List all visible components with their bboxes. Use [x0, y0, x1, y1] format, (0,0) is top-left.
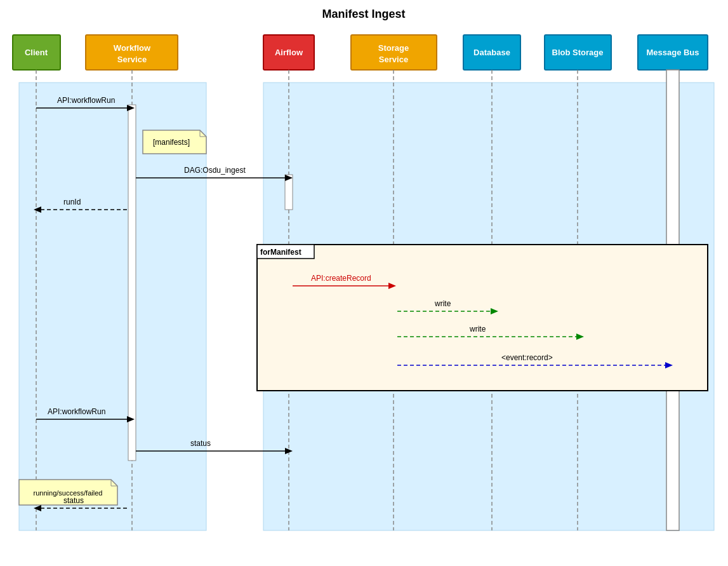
- actor-msgbus-label: Message Bus: [646, 48, 699, 57]
- msg-2-label: DAG:Osdu_ingest: [184, 166, 246, 175]
- sequence-diagram: Manifest Ingest Client Workflow Service …: [0, 0, 728, 566]
- note-manifests-label: [manifests]: [153, 138, 190, 147]
- activation-workflow: [128, 105, 136, 461]
- msg-1-label: API:workflowRun: [57, 96, 115, 105]
- msg-3-label: runId: [63, 198, 81, 206]
- loop-formanifest-box: [257, 245, 708, 391]
- msg-9-label: status: [190, 439, 211, 448]
- loop-label-text: forManifest: [260, 248, 301, 257]
- msg-6-label: write: [469, 325, 486, 334]
- msg-10-label: status: [63, 496, 84, 505]
- msg-5-label: write: [434, 299, 451, 308]
- actor-airflow-label: Airflow: [275, 48, 303, 57]
- diagram-container: Manifest Ingest Client Workflow Service …: [0, 0, 728, 566]
- actor-storage-label-line2: Service: [379, 55, 408, 64]
- actor-blob-label: Blob Storage: [552, 48, 604, 57]
- msg-8-label: API:workflowRun: [48, 407, 105, 416]
- msg-7-label: <event:record>: [501, 353, 553, 362]
- msg-4-label: API:createRecord: [311, 274, 371, 283]
- diagram-title: Manifest Ingest: [322, 8, 405, 20]
- actor-workflow-label-line2: Service: [117, 55, 147, 64]
- actor-client-label: Client: [25, 48, 48, 57]
- actor-workflow-label-line1: Workflow: [114, 43, 151, 53]
- actor-storage-label-line1: Storage: [378, 43, 409, 53]
- actor-database-label: Database: [473, 48, 510, 57]
